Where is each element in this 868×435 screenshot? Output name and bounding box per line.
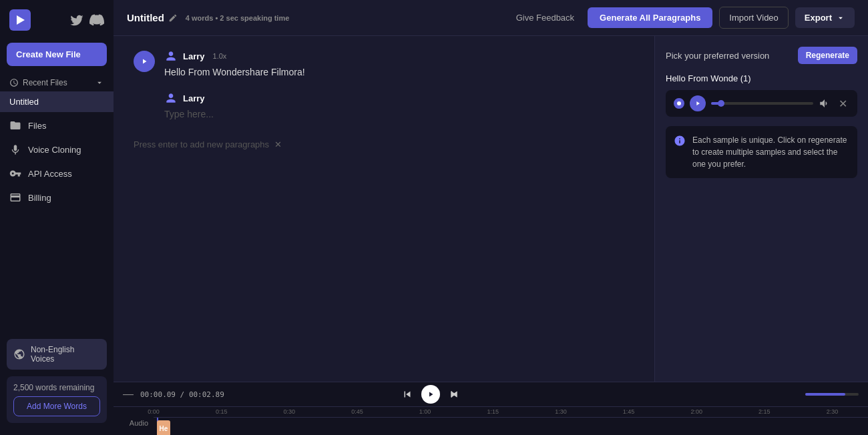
skip-forward-button[interactable] bbox=[445, 386, 463, 403]
globe-icon bbox=[13, 348, 25, 360]
recent-files-label: Recent Files bbox=[23, 78, 67, 87]
edit-icon[interactable] bbox=[168, 13, 178, 23]
play-paragraph-button[interactable] bbox=[134, 51, 155, 72]
time-current: 00:00.09 / 00:02.89 bbox=[140, 390, 224, 399]
export-label: Export bbox=[805, 13, 832, 23]
words-remaining-text: 2,500 words remaining bbox=[13, 383, 94, 392]
ruler-mark-2: 0:30 bbox=[284, 408, 296, 415]
editor-area: Larry 1.0x Hello From Wondershare Filmor… bbox=[114, 36, 868, 382]
sidebar-item-voice-cloning[interactable]: Voice Cloning bbox=[0, 137, 114, 161]
type-here-placeholder[interactable]: Type here... bbox=[164, 107, 634, 119]
voice-line-1: Larry 1.0x bbox=[164, 49, 634, 63]
timeline-area: Audio 0:00 0:15 0:30 0:45 1:00 1:15 1:30… bbox=[114, 407, 868, 435]
skip-forward-icon bbox=[448, 388, 460, 400]
audio-player-row: ✕ bbox=[666, 90, 857, 117]
api-access-label: API Access bbox=[28, 169, 72, 179]
regenerate-button[interactable]: Regenerate bbox=[798, 47, 857, 64]
voice-avatar-icon bbox=[164, 49, 178, 63]
volume-slider[interactable] bbox=[805, 393, 859, 396]
non-english-label: Non-English Voices bbox=[31, 345, 100, 364]
sidebar-item-api-access[interactable]: API Access bbox=[0, 161, 114, 185]
bottom-bar: — 00:00.09 / 00:02.89 bbox=[114, 382, 868, 435]
volume-fill bbox=[805, 393, 845, 396]
progress-dot bbox=[718, 100, 724, 107]
audio-track: He bbox=[154, 418, 868, 435]
ruler-mark-6: 1:30 bbox=[555, 408, 567, 415]
close-hint-button[interactable]: ✕ bbox=[274, 139, 282, 149]
sidebar-bottom: Non-English Voices 2,500 words remaining… bbox=[0, 332, 114, 435]
file-title-area: Untitled 4 words • 2 sec speaking time bbox=[127, 12, 289, 23]
info-icon bbox=[674, 135, 686, 147]
files-label: Files bbox=[28, 121, 46, 131]
minus-button[interactable]: — bbox=[123, 388, 134, 400]
chevron-down-icon bbox=[95, 78, 104, 87]
paragraph-block-2: Larry Type here... bbox=[134, 91, 634, 119]
non-english-voices-button[interactable]: Non-English Voices bbox=[7, 339, 107, 370]
discord-icon[interactable] bbox=[89, 13, 104, 27]
generate-all-button[interactable]: Generate All Paragraphs bbox=[588, 7, 712, 28]
create-new-button[interactable]: Create New File bbox=[7, 43, 107, 66]
playht-logo bbox=[9, 9, 31, 31]
voice-cloning-icon bbox=[9, 143, 21, 155]
recent-files-left: Recent Files bbox=[9, 78, 67, 87]
add-more-words-button[interactable]: Add More Words bbox=[13, 396, 100, 416]
ruler-marks: 0:00 0:15 0:30 0:45 1:00 1:15 1:30 1:45 … bbox=[154, 407, 868, 418]
paragraph-content-1: Larry 1.0x Hello From Wondershare Filmor… bbox=[164, 49, 634, 79]
top-bar: Untitled 4 words • 2 sec speaking time G… bbox=[114, 0, 868, 36]
files-icon bbox=[9, 119, 21, 131]
transport-play-button[interactable] bbox=[421, 385, 440, 404]
audio-track-label: Audio bbox=[114, 419, 154, 427]
word-count: 4 words • 2 sec speaking time bbox=[186, 14, 289, 22]
sidebar-nav: Files Voice Cloning API Access Billing bbox=[0, 113, 114, 209]
timeline-ruler: 0:00 0:15 0:30 0:45 1:00 1:15 1:30 1:45 … bbox=[154, 407, 868, 435]
ruler-mark-7: 1:45 bbox=[623, 408, 635, 415]
voice-line-2: Larry bbox=[164, 91, 634, 105]
top-bar-right: Give Feedback Generate All Paragraphs Im… bbox=[509, 7, 855, 29]
transport-play-icon bbox=[427, 390, 435, 398]
transport-bar: — 00:00.09 / 00:02.89 bbox=[114, 382, 868, 407]
give-feedback-button[interactable]: Give Feedback bbox=[509, 9, 581, 27]
skip-back-icon bbox=[401, 388, 413, 400]
audio-clip[interactable]: He bbox=[157, 420, 170, 435]
play-icon bbox=[140, 57, 148, 65]
api-access-icon bbox=[9, 167, 21, 179]
billing-label: Billing bbox=[28, 193, 51, 203]
billing-icon bbox=[9, 191, 21, 203]
press-enter-hint: Press enter to add new paragraphs ✕ bbox=[134, 139, 634, 149]
paragraph-block-1: Larry 1.0x Hello From Wondershare Filmor… bbox=[134, 49, 634, 79]
voice-name-1: Larry bbox=[183, 51, 205, 61]
voice-name-2: Larry bbox=[183, 93, 205, 103]
export-button[interactable]: Export bbox=[795, 7, 855, 28]
side-panel: Pick your preferred version Regenerate H… bbox=[654, 36, 868, 382]
chevron-down-icon bbox=[836, 13, 845, 23]
panel-header: Pick your preferred version Regenerate bbox=[666, 47, 857, 64]
radio-selected[interactable] bbox=[674, 98, 684, 109]
words-remaining-box: 2,500 words remaining Add More Words bbox=[7, 376, 107, 423]
mini-play-button[interactable] bbox=[690, 95, 706, 111]
ruler-mark-10: 2:30 bbox=[827, 408, 839, 415]
ruler-mark-0: 0:00 bbox=[148, 408, 160, 415]
ruler-mark-5: 1:15 bbox=[487, 408, 499, 415]
ruler-mark-3: 0:45 bbox=[351, 408, 363, 415]
ruler-mark-4: 1:00 bbox=[419, 408, 431, 415]
recent-files-header[interactable]: Recent Files bbox=[0, 75, 114, 90]
volume-area bbox=[805, 393, 859, 396]
ruler-mark-8: 2:00 bbox=[690, 408, 702, 415]
press-enter-text: Press enter to add new paragraphs bbox=[134, 139, 269, 149]
sidebar-item-files[interactable]: Files bbox=[0, 113, 114, 137]
twitter-icon[interactable] bbox=[69, 13, 84, 27]
voice-avatar-icon-2 bbox=[164, 91, 178, 105]
main-content: Untitled 4 words • 2 sec speaking time G… bbox=[114, 0, 868, 435]
sidebar-item-billing[interactable]: Billing bbox=[0, 185, 114, 209]
skip-back-button[interactable] bbox=[399, 386, 416, 403]
import-video-button[interactable]: Import Video bbox=[719, 7, 788, 29]
close-panel-button[interactable]: ✕ bbox=[836, 97, 849, 110]
sidebar-item-untitled[interactable]: Untitled bbox=[0, 91, 114, 112]
script-panel: Larry 1.0x Hello From Wondershare Filmor… bbox=[114, 36, 654, 382]
progress-bar[interactable] bbox=[711, 102, 813, 105]
logo-area bbox=[0, 0, 114, 37]
ruler-mark-1: 0:15 bbox=[216, 408, 228, 415]
paragraph-text-1[interactable]: Hello From Wondershare Filmora! bbox=[164, 65, 634, 79]
clock-icon bbox=[9, 78, 19, 87]
speaker-icon[interactable] bbox=[819, 97, 831, 109]
